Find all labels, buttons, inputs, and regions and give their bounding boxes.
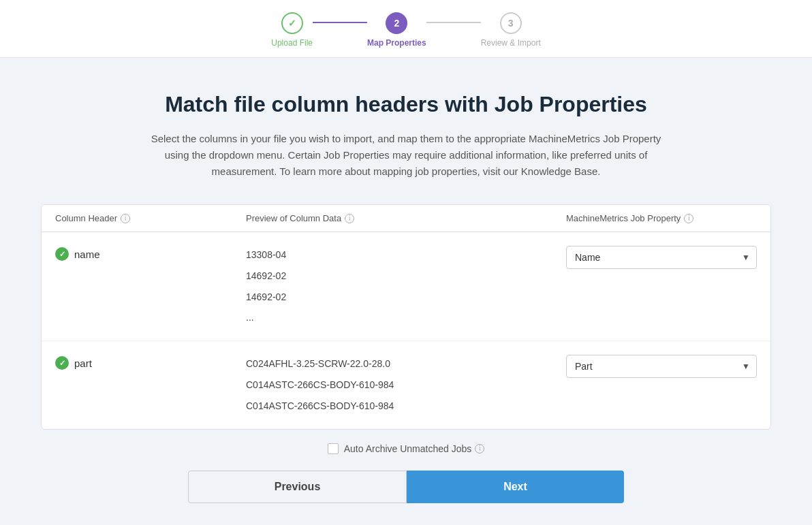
- connector-1: [313, 22, 367, 23]
- row-1-dropdown-wrapper: Name Part Machine Cycle Time Quantity ▼: [566, 244, 757, 269]
- stepper: ✓ Upload File 2 Map Properties 3 Review …: [271, 12, 540, 48]
- page-title: Match file column headers with Job Prope…: [165, 92, 647, 117]
- stepper-bar: ✓ Upload File 2 Map Properties 3 Review …: [0, 0, 812, 58]
- step-2-label: Map Properties: [367, 38, 426, 48]
- row-2-check-icon: [55, 356, 69, 370]
- connector-2: [426, 22, 481, 23]
- row-1-column-name: name: [74, 249, 100, 260]
- table-header: Column Header i Preview of Column Data i…: [42, 205, 770, 232]
- step-2-circle: 2: [386, 12, 407, 34]
- auto-archive-checkbox[interactable]: [328, 443, 339, 454]
- row-1-check-icon: [55, 247, 69, 261]
- step-upload-file: ✓ Upload File: [271, 12, 313, 48]
- row-2-dropdown-wrapper: Name Part Machine Cycle Time Quantity ▼: [566, 353, 757, 378]
- row-2-column-header: part: [55, 353, 246, 370]
- row-2-property-select[interactable]: Name Part Machine Cycle Time Quantity: [566, 355, 757, 378]
- column-header-info-icon[interactable]: i: [121, 214, 130, 223]
- th-column-header: Column Header i: [55, 213, 246, 223]
- auto-archive-info-icon[interactable]: i: [475, 444, 484, 454]
- step-map-properties: 2 Map Properties: [367, 12, 426, 48]
- table-row: name 13308-04 14692-02 14692-02 ... Name…: [42, 232, 770, 341]
- step-review-import: 3 Review & Import: [481, 12, 541, 48]
- auto-archive-row: Auto Archive Unmatched Jobs i: [328, 443, 485, 454]
- mapping-table: Column Header i Preview of Column Data i…: [41, 204, 771, 430]
- step-1-circle: ✓: [281, 12, 303, 34]
- page-description: Select the columns in your file you wish…: [147, 131, 665, 180]
- table-row: part C024AFHL-3.25-SCRW-22.0-28.0 C014AS…: [42, 341, 770, 428]
- row-1-preview: 13308-04 14692-02 14692-02 ...: [246, 244, 566, 328]
- preview-info-icon[interactable]: i: [345, 214, 354, 223]
- row-1-property-select[interactable]: Name Part Machine Cycle Time Quantity: [566, 246, 757, 269]
- th-preview: Preview of Column Data i: [246, 213, 566, 223]
- auto-archive-label: Auto Archive Unmatched Jobs i: [344, 443, 485, 454]
- next-button[interactable]: Next: [407, 471, 624, 503]
- step-3-circle: 3: [500, 12, 522, 34]
- row-1-column-header: name: [55, 244, 246, 261]
- row-2-preview: C024AFHL-3.25-SCRW-22.0-28.0 C014ASTC-26…: [246, 353, 566, 416]
- main-content: Match file column headers with Job Prope…: [0, 58, 812, 525]
- step-1-label: Upload File: [271, 38, 313, 48]
- previous-button[interactable]: Previous: [188, 471, 407, 503]
- button-row: Previous Next: [188, 471, 624, 503]
- th-job-property: MachineMetrics Job Property i: [566, 213, 757, 223]
- job-property-info-icon[interactable]: i: [684, 214, 693, 223]
- row-2-column-name: part: [74, 357, 92, 369]
- step-3-label: Review & Import: [481, 38, 541, 48]
